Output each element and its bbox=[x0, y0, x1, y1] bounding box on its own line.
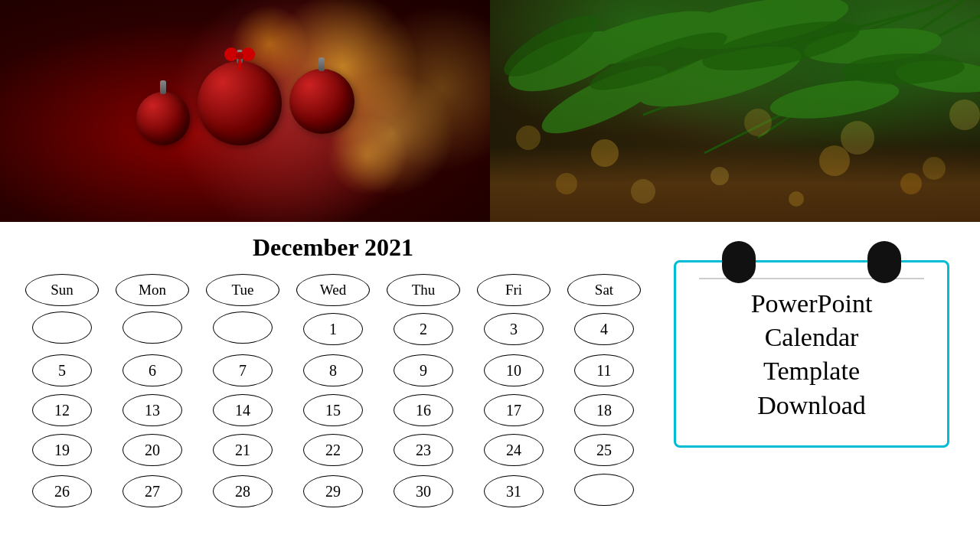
banner-right bbox=[490, 0, 980, 222]
card-line2: Calendar bbox=[699, 321, 924, 354]
binder-left bbox=[722, 241, 756, 283]
calendar-cell: 31 bbox=[470, 471, 557, 511]
calendar-row-1: 567891011 bbox=[18, 352, 648, 389]
calendar-cell: 3 bbox=[470, 309, 557, 349]
calendar-cell: 25 bbox=[560, 432, 648, 468]
ornament-med bbox=[289, 69, 354, 134]
svg-point-19 bbox=[900, 173, 922, 194]
day-oval: 21 bbox=[213, 434, 273, 466]
svg-point-16 bbox=[591, 139, 619, 167]
calendar-card: PowerPoint Calendar Template Download bbox=[674, 260, 949, 448]
day-oval: 22 bbox=[303, 434, 363, 466]
day-oval bbox=[574, 474, 634, 506]
day-oval: 25 bbox=[574, 434, 634, 466]
day-oval: 11 bbox=[574, 354, 634, 386]
calendar-title: December 2021 bbox=[15, 233, 651, 262]
day-oval: 14 bbox=[213, 394, 273, 426]
calendar-cell: 21 bbox=[199, 432, 286, 468]
calendar-cell: 9 bbox=[380, 352, 467, 389]
calendar-cell bbox=[560, 471, 648, 511]
calendar-cell: 7 bbox=[199, 352, 286, 389]
calendar-cell: 10 bbox=[470, 352, 557, 389]
calendar-cell: 4 bbox=[560, 309, 648, 349]
day-oval: 19 bbox=[32, 434, 92, 466]
day-oval: 3 bbox=[484, 313, 544, 345]
calendar-cell: 24 bbox=[470, 432, 557, 468]
ornament-small bbox=[136, 92, 190, 145]
calendar-section: December 2021 Sun Mon Tue Wed bbox=[0, 222, 980, 522]
svg-point-21 bbox=[789, 191, 804, 207]
calendar-cell: 23 bbox=[380, 432, 467, 468]
calendar-grid: Sun Mon Tue Wed Thu Fri bbox=[15, 271, 651, 514]
calendar-row-2: 12131415161718 bbox=[18, 392, 648, 429]
card-line3: Template bbox=[699, 354, 924, 388]
day-oval: 20 bbox=[122, 434, 182, 466]
calendar-cell: 5 bbox=[18, 352, 106, 389]
banner-left bbox=[0, 0, 490, 222]
calendar-row-3: 19202122232425 bbox=[18, 432, 648, 468]
calendar-row-0: 1234 bbox=[18, 309, 648, 349]
day-oval: 2 bbox=[394, 313, 453, 345]
day-oval: 15 bbox=[303, 394, 363, 426]
day-oval: 7 bbox=[213, 354, 273, 386]
day-oval: 16 bbox=[394, 394, 453, 426]
calendar-cell: 12 bbox=[18, 392, 106, 429]
calendar-cell: 18 bbox=[560, 392, 648, 429]
header-thu: Thu bbox=[380, 274, 467, 306]
calendar-cell: 29 bbox=[289, 471, 377, 511]
day-oval: 31 bbox=[484, 475, 544, 507]
calendar-cell: 17 bbox=[470, 392, 557, 429]
day-oval: 27 bbox=[122, 475, 182, 507]
day-oval bbox=[32, 311, 92, 344]
header-wed: Wed bbox=[289, 274, 377, 306]
day-oval: 10 bbox=[484, 354, 544, 386]
day-oval bbox=[213, 311, 273, 344]
header-oval-sun: Sun bbox=[25, 274, 99, 306]
card-text: PowerPoint Calendar Template Download bbox=[699, 287, 924, 422]
header-oval-fri: Fri bbox=[477, 274, 550, 306]
calendar-cell: 22 bbox=[289, 432, 377, 468]
calendar-cell: 30 bbox=[380, 471, 467, 511]
calendar-cell: 20 bbox=[109, 432, 196, 468]
header-oval-sat: Sat bbox=[567, 274, 641, 306]
header-sat: Sat bbox=[560, 274, 648, 306]
calendar-cell: 8 bbox=[289, 352, 377, 389]
calendar-cell bbox=[199, 309, 286, 349]
header-oval-mon: Mon bbox=[116, 274, 189, 306]
pine-svg bbox=[490, 0, 980, 222]
svg-point-26 bbox=[949, 99, 980, 130]
binder-right bbox=[867, 241, 901, 283]
day-oval bbox=[122, 311, 182, 344]
card-line1: PowerPoint bbox=[699, 287, 924, 321]
day-oval: 26 bbox=[32, 475, 92, 507]
calendar-cell: 14 bbox=[199, 392, 286, 429]
calendar-cell: 28 bbox=[199, 471, 286, 511]
calendar-cell: 11 bbox=[560, 352, 648, 389]
calendar-cell bbox=[109, 309, 196, 349]
svg-point-18 bbox=[819, 145, 850, 176]
day-oval: 30 bbox=[394, 475, 453, 507]
svg-point-25 bbox=[744, 109, 772, 136]
svg-point-23 bbox=[841, 121, 874, 155]
header-tue: Tue bbox=[199, 274, 286, 306]
svg-point-24 bbox=[516, 126, 541, 150]
calendar-row-4: 262728293031 bbox=[18, 471, 648, 511]
calendar-header-row: Sun Mon Tue Wed Thu Fri bbox=[18, 274, 648, 306]
day-oval: 28 bbox=[213, 475, 273, 507]
day-oval: 8 bbox=[303, 354, 363, 386]
banner bbox=[0, 0, 980, 222]
header-mon: Mon bbox=[109, 274, 196, 306]
day-oval: 24 bbox=[484, 434, 544, 466]
calendar-cell bbox=[18, 309, 106, 349]
svg-point-22 bbox=[556, 173, 577, 194]
day-oval: 5 bbox=[32, 354, 92, 386]
day-oval: 23 bbox=[394, 434, 453, 466]
day-oval: 4 bbox=[574, 313, 634, 345]
calendar-cell: 26 bbox=[18, 471, 106, 511]
calendar-cell: 16 bbox=[380, 392, 467, 429]
day-oval: 13 bbox=[122, 394, 182, 426]
calendar-cell: 15 bbox=[289, 392, 377, 429]
calendar-cell: 19 bbox=[18, 432, 106, 468]
calendar-cell: 2 bbox=[380, 309, 467, 349]
header-oval-thu: Thu bbox=[387, 274, 460, 306]
